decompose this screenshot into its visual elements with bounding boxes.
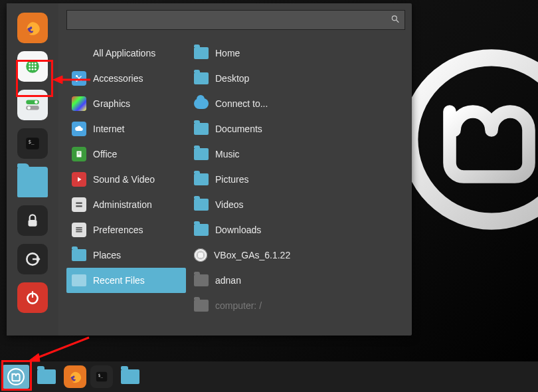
place-label: Videos — [215, 199, 244, 210]
settings-toggles-icon — [24, 96, 41, 114]
folder-icon — [194, 173, 209, 185]
category-administration[interactable]: Administration — [66, 192, 186, 217]
svg-point-8 — [35, 66, 37, 68]
category-office[interactable]: Office — [66, 142, 186, 167]
folder-icon — [194, 47, 209, 59]
category-preferences[interactable]: Preferences — [66, 217, 186, 243]
admin-icon — [72, 197, 86, 212]
svg-text:$_: $_ — [98, 373, 104, 378]
svg-point-34 — [8, 369, 24, 385]
folder-icon — [194, 199, 209, 211]
svg-rect-27 — [78, 153, 80, 153]
taskbar-file-manager[interactable] — [33, 365, 60, 389]
svg-rect-28 — [78, 154, 80, 155]
cloud-icon — [72, 122, 86, 136]
logout-icon — [24, 250, 41, 268]
svg-rect-21 — [32, 291, 33, 298]
place-computer-root[interactable]: computer: / — [189, 293, 405, 318]
lock-icon — [24, 212, 41, 229]
taskbar-folder[interactable] — [117, 365, 143, 389]
folder-clock-icon — [72, 274, 86, 286]
svg-point-25 — [76, 80, 78, 82]
favorite-firefox[interactable] — [17, 13, 48, 43]
taskbar-firefox[interactable] — [64, 365, 86, 388]
favorite-settings[interactable] — [17, 90, 48, 120]
folder-icon — [37, 369, 56, 384]
place-adnan[interactable]: adnan — [189, 268, 405, 293]
svg-rect-29 — [76, 203, 82, 204]
svg-point-6 — [29, 66, 31, 68]
power-icon — [24, 289, 41, 306]
place-label: adnan — [215, 275, 241, 286]
categories-column: All Applications Accessories Graphics — [66, 35, 186, 329]
place-label: Downloads — [215, 225, 261, 235]
category-sound-video[interactable]: Sound & Video — [66, 167, 186, 192]
mint-menu-icon — [7, 367, 25, 386]
svg-rect-30 — [76, 205, 82, 207]
favorite-logout[interactable] — [17, 244, 48, 274]
mint-logo-wallpaper — [399, 47, 538, 233]
search-input[interactable] — [66, 10, 405, 30]
svg-line-23 — [397, 20, 399, 23]
place-connect-to[interactable]: Connect to... — [189, 91, 405, 116]
terminal-icon: $_ — [24, 135, 41, 152]
place-desktop[interactable]: Desktop — [189, 66, 405, 91]
place-vbox-disc[interactable]: VBox_GAs_6.1.22 — [189, 243, 405, 268]
folder-icon — [72, 249, 86, 261]
favorite-file-manager[interactable] — [17, 167, 48, 197]
svg-point-9 — [29, 68, 31, 70]
place-label: Documents — [215, 124, 262, 134]
category-all-applications[interactable]: All Applications — [66, 41, 186, 66]
svg-point-7 — [32, 66, 34, 68]
category-places[interactable]: Places — [66, 243, 186, 268]
favorite-applications[interactable] — [17, 51, 48, 82]
firefox-icon — [24, 19, 41, 37]
place-downloads[interactable]: Downloads — [189, 217, 405, 243]
svg-rect-32 — [76, 229, 82, 231]
folder-icon — [194, 224, 209, 236]
category-internet[interactable]: Internet — [66, 116, 186, 142]
cloud-icon — [194, 98, 209, 109]
favorites-column: $_ — [7, 3, 58, 336]
category-graphics[interactable]: Graphics — [66, 91, 186, 116]
category-label: Internet — [93, 124, 124, 134]
svg-rect-18 — [29, 220, 37, 227]
terminal-icon: $_ — [94, 369, 109, 384]
applications-icon — [24, 58, 41, 75]
place-pictures[interactable]: Pictures — [189, 167, 405, 192]
category-accessories[interactable]: Accessories — [66, 66, 186, 91]
document-icon — [72, 147, 86, 161]
taskbar-terminal[interactable]: $_ — [90, 365, 113, 388]
category-label: Administration — [93, 199, 152, 210]
folder-icon — [194, 274, 209, 286]
search-icon — [391, 15, 400, 26]
svg-point-15 — [27, 106, 31, 110]
folder-icon — [121, 369, 139, 384]
category-label: Places — [93, 250, 121, 260]
svg-point-5 — [35, 62, 37, 64]
scissors-icon — [72, 71, 86, 86]
place-music[interactable]: Music — [189, 142, 405, 167]
places-column: Home Desktop Connect to... Documents Mus… — [186, 35, 405, 329]
place-documents[interactable]: Documents — [189, 116, 405, 142]
place-home[interactable]: Home — [189, 41, 405, 66]
search-bar — [66, 10, 405, 30]
graphics-icon — [72, 96, 86, 111]
favorite-terminal[interactable]: $_ — [17, 128, 48, 159]
category-label: Graphics — [93, 98, 130, 109]
folder-icon — [194, 123, 209, 135]
svg-rect-31 — [76, 227, 82, 229]
place-label: VBox_GAs_6.1.22 — [214, 250, 290, 260]
category-label: Office — [93, 149, 117, 159]
favorite-power[interactable] — [17, 282, 48, 313]
place-label: Connect to... — [215, 98, 268, 109]
start-menu-button[interactable] — [3, 365, 29, 389]
svg-rect-33 — [76, 231, 82, 233]
svg-point-24 — [76, 75, 78, 77]
place-videos[interactable]: Videos — [189, 192, 405, 217]
category-label: Accessories — [93, 73, 143, 84]
category-recent-files[interactable]: Recent Files — [66, 268, 186, 293]
firefox-icon — [68, 369, 82, 384]
favorite-lock-screen[interactable] — [17, 205, 48, 236]
svg-point-4 — [32, 62, 34, 64]
